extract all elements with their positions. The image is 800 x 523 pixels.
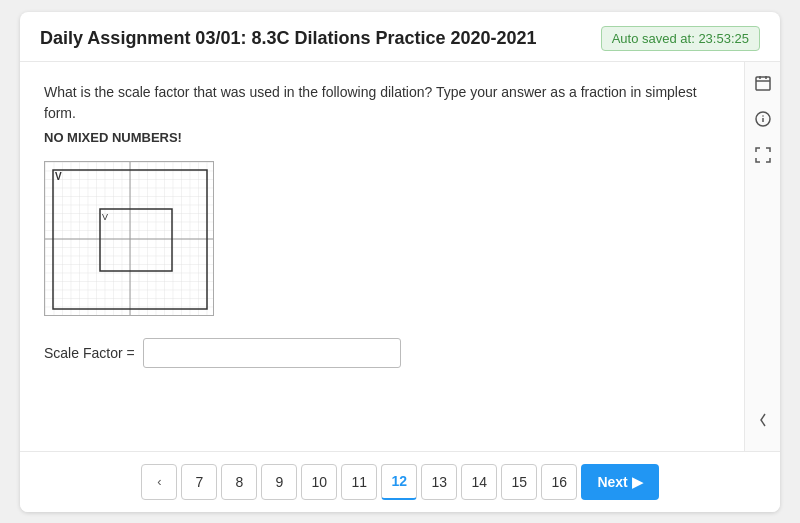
svg-text:V: V <box>55 171 62 182</box>
main-container: Daily Assignment 03/01: 8.3C Dilations P… <box>20 12 780 512</box>
content-area: What is the scale factor that was used i… <box>20 62 780 451</box>
page-12-button[interactable]: 12 <box>381 464 417 500</box>
autosave-badge: Auto saved at: 23:53:25 <box>601 26 760 51</box>
expand-icon[interactable] <box>752 144 774 166</box>
prev-page-button[interactable]: ‹ <box>141 464 177 500</box>
svg-rect-7 <box>756 77 770 90</box>
page-15-button[interactable]: 15 <box>501 464 537 500</box>
page-8-button[interactable]: 8 <box>221 464 257 500</box>
svg-point-13 <box>762 115 764 117</box>
page-9-button[interactable]: 9 <box>261 464 297 500</box>
question-text: What is the scale factor that was used i… <box>44 82 720 124</box>
main-content: What is the scale factor that was used i… <box>20 62 744 451</box>
sidebar <box>744 62 780 451</box>
header: Daily Assignment 03/01: 8.3C Dilations P… <box>20 12 780 62</box>
page-11-button[interactable]: 11 <box>341 464 377 500</box>
page-10-button[interactable]: 10 <box>301 464 337 500</box>
svg-text:V: V <box>102 212 108 222</box>
pagination-footer: ‹ 7 8 9 10 11 12 13 14 15 16 Next ▶ <box>20 451 780 512</box>
graph-container: V V <box>44 161 214 316</box>
page-13-button[interactable]: 13 <box>421 464 457 500</box>
scale-factor-input[interactable] <box>143 338 401 368</box>
page-16-button[interactable]: 16 <box>541 464 577 500</box>
next-button[interactable]: Next ▶ <box>581 464 658 500</box>
scale-factor-label: Scale Factor = <box>44 345 135 361</box>
collapse-sidebar-icon[interactable] <box>752 409 774 431</box>
info-icon[interactable] <box>752 108 774 130</box>
dilation-graph: V V <box>45 162 214 316</box>
no-mixed-numbers: NO MIXED NUMBERS! <box>44 130 720 145</box>
page-7-button[interactable]: 7 <box>181 464 217 500</box>
calendar-icon[interactable] <box>752 72 774 94</box>
input-row: Scale Factor = <box>44 338 720 368</box>
page-wrapper: Daily Assignment 03/01: 8.3C Dilations P… <box>0 0 800 523</box>
page-14-button[interactable]: 14 <box>461 464 497 500</box>
page-title: Daily Assignment 03/01: 8.3C Dilations P… <box>40 28 537 49</box>
